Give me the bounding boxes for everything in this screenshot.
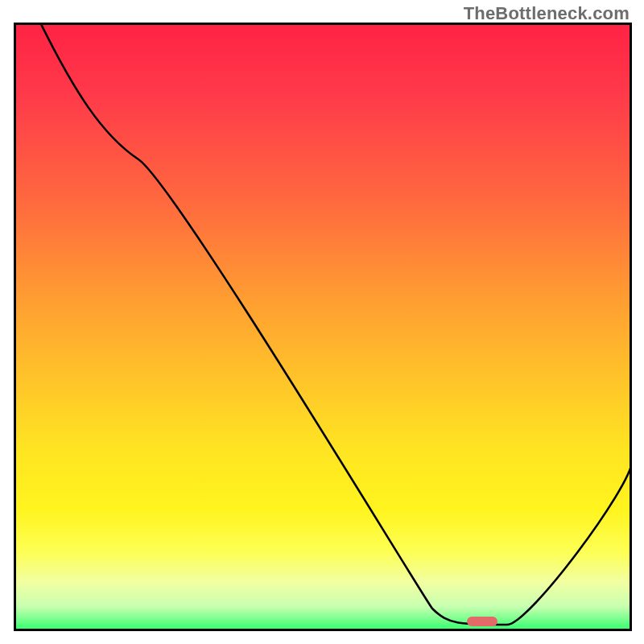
watermark-text: TheBottleneck.com: [464, 3, 630, 24]
chart-container: TheBottleneck.com: [0, 0, 644, 644]
bottleneck-curve: [14, 23, 632, 631]
plot-area: [14, 23, 632, 631]
optimal-marker: [467, 617, 497, 626]
